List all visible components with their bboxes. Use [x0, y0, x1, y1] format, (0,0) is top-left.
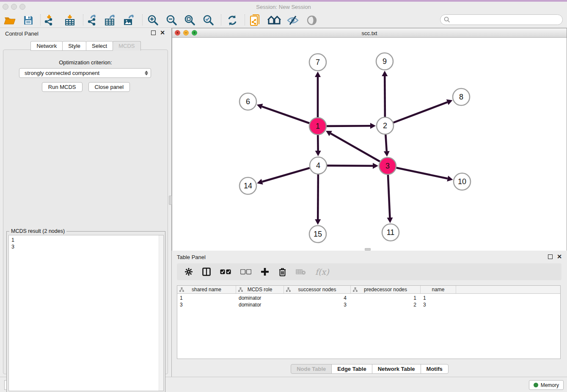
search-input[interactable]: [450, 17, 552, 23]
graph-edge-2-3[interactable]: [385, 135, 386, 151]
graph-arrowhead: [382, 71, 388, 76]
optimization-criterion-label: Optimization criterion:: [3, 59, 168, 66]
graph-edge-4-14[interactable]: [262, 168, 310, 182]
graph-arrowhead: [315, 219, 321, 225]
open-session-icon[interactable]: [3, 14, 17, 27]
memory-button[interactable]: Memory: [529, 380, 564, 390]
graph-arrowhead: [257, 179, 263, 185]
column-header-predecessor-nodes[interactable]: predecessor nodes: [351, 286, 421, 293]
graph-edge-4-15[interactable]: [318, 174, 318, 219]
run-mcds-button[interactable]: Run MCDS: [42, 82, 83, 92]
table-cell[interactable]: dominator: [236, 295, 284, 301]
table-cell[interactable]: 1: [177, 295, 236, 301]
tab-mcds[interactable]: MCDS: [113, 41, 140, 51]
deselect-all-checkbox-icon[interactable]: [240, 269, 251, 275]
table-panel: Table Panel ✕ f(x) shared nameMCDS roles…: [172, 252, 567, 377]
table-cell[interactable]: 1: [421, 295, 456, 301]
gear-icon[interactable]: [184, 268, 193, 276]
zoom-out-icon[interactable]: [165, 14, 179, 27]
zoom-fit-icon[interactable]: [183, 14, 197, 27]
control-panel-tabs: NetworkStyleSelectMCDS: [0, 41, 171, 51]
graph-arrowhead: [384, 151, 390, 157]
graph-edge-3-1[interactable]: [330, 133, 380, 161]
export-network-icon[interactable]: [85, 14, 99, 27]
float-table-panel-icon[interactable]: [548, 254, 553, 259]
graph-node-label: 2: [383, 121, 387, 130]
control-panel-title: Control Panel: [5, 30, 39, 37]
table-cell[interactable]: 1: [351, 295, 421, 301]
tab-network-table[interactable]: Network Table: [372, 364, 421, 374]
save-session-icon[interactable]: [21, 14, 36, 27]
import-network-icon[interactable]: [43, 14, 57, 27]
zoom-in-icon[interactable]: [146, 14, 160, 27]
delete-column-trash-icon[interactable]: [278, 268, 286, 276]
export-image-icon[interactable]: [122, 14, 136, 27]
column-header-MCDS-role[interactable]: MCDS role: [236, 286, 284, 293]
criterion-dropdown[interactable]: strongly connected component: [19, 68, 151, 78]
network-resize-grip[interactable]: [365, 248, 371, 251]
graph-arrowhead: [387, 218, 393, 223]
graph-node-label: 4: [316, 161, 320, 170]
table-cell[interactable]: 3: [177, 301, 236, 308]
hide-panel-eye-slash-icon[interactable]: [286, 14, 300, 27]
table-row[interactable]: 3dominator323: [177, 301, 560, 308]
table-cell[interactable]: dominator: [236, 301, 284, 308]
node-table[interactable]: shared nameMCDS rolesuccessor nodesprede…: [177, 285, 561, 359]
app-titlebar[interactable]: Session: New Session: [0, 2, 567, 12]
close-table-panel-icon[interactable]: ✕: [557, 254, 562, 259]
search-icon: [444, 17, 450, 23]
graph-edge-3-10[interactable]: [396, 168, 448, 178]
graph-edge-2-9[interactable]: [385, 76, 385, 117]
select-all-checkbox-icon[interactable]: [220, 269, 231, 275]
graph-edge-2-8[interactable]: [394, 102, 448, 122]
tab-network[interactable]: Network: [30, 41, 63, 51]
column-header-shared-name[interactable]: shared name: [177, 286, 236, 293]
refresh-layout-icon[interactable]: [225, 14, 239, 27]
graph-node-label: 6: [246, 97, 250, 106]
column-header-name[interactable]: name: [421, 286, 456, 293]
graph-arrowhead: [370, 123, 376, 129]
mcds-result-textarea[interactable]: 1 3: [8, 235, 164, 391]
table-row[interactable]: 1dominator411: [177, 295, 560, 301]
close-panel-icon[interactable]: ✕: [160, 30, 165, 35]
graph-edge-3-11[interactable]: [388, 175, 390, 218]
network-window-title: scc.txt: [172, 30, 567, 36]
tab-style[interactable]: Style: [62, 41, 86, 51]
graph-node-label: 7: [316, 58, 320, 66]
tab-node-table[interactable]: Node Table: [291, 364, 332, 374]
import-table-icon[interactable]: [63, 14, 77, 27]
criterion-dropdown-value: strongly connected component: [25, 70, 99, 76]
split-columns-icon[interactable]: [202, 268, 211, 276]
table-cell[interactable]: 3: [284, 301, 351, 308]
table-cell[interactable]: 4: [284, 295, 351, 301]
main-toolbar: [0, 12, 567, 28]
dropdown-stepper-icon: [145, 71, 148, 75]
network-canvas[interactable]: 7968124314101511: [172, 38, 567, 251]
graph-edge-1-2[interactable]: [327, 126, 370, 126]
graph-edge-4-3[interactable]: [327, 166, 373, 166]
float-panel-icon[interactable]: [151, 30, 156, 35]
zoom-selected-icon[interactable]: [201, 14, 216, 27]
close-panel-button[interactable]: Close panel: [88, 82, 130, 92]
show-panel-eye-icon[interactable]: [305, 14, 319, 27]
tab-motifs[interactable]: Motifs: [421, 364, 449, 374]
network-graph: 7968124314101511: [172, 38, 567, 251]
delete-table-icon: [296, 268, 306, 275]
add-column-icon[interactable]: [261, 268, 269, 276]
tab-edge-table[interactable]: Edge Table: [331, 364, 372, 374]
table-cell[interactable]: 2: [351, 301, 421, 308]
graph-node-label: 1: [316, 122, 320, 130]
search-field[interactable]: [440, 14, 563, 25]
clone-network-icon[interactable]: [248, 14, 263, 27]
table-cell[interactable]: 3: [421, 301, 456, 308]
mcds-result-title: MCDS result (2 nodes): [9, 228, 66, 234]
network-window-titlebar[interactable]: × − + scc.txt: [172, 28, 567, 38]
memory-status-dot: [534, 383, 538, 387]
column-header-successor-nodes[interactable]: successor nodes: [284, 286, 351, 293]
home-icon[interactable]: [267, 14, 281, 27]
export-table-icon[interactable]: [103, 14, 118, 27]
graph-edge-1-6[interactable]: [262, 107, 309, 123]
tab-select[interactable]: Select: [86, 41, 113, 51]
graph-node-label: 9: [383, 57, 387, 66]
result-scrollbar[interactable]: [159, 235, 163, 391]
